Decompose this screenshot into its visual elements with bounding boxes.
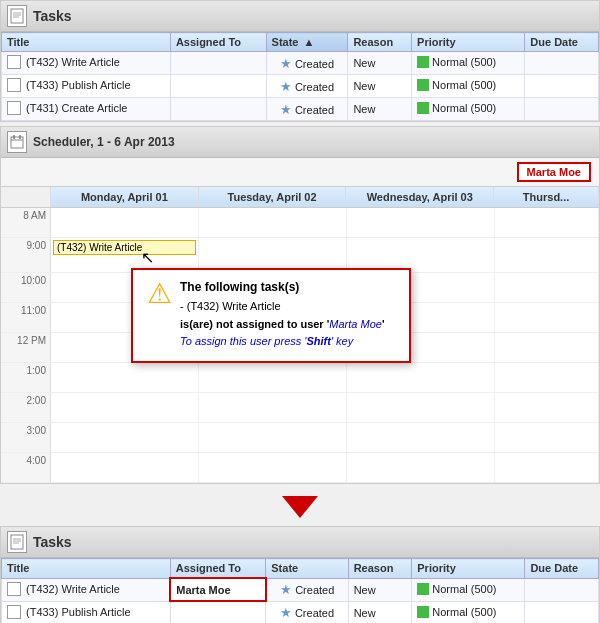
bottom-tasks-title: Tasks — [33, 534, 72, 550]
cell-thu-10[interactable] — [495, 273, 599, 302]
cell-thu-11[interactable] — [495, 303, 599, 332]
warning-icon: ⚠ — [147, 280, 172, 308]
col-due-date[interactable]: Due Date — [525, 33, 599, 52]
col-assigned-to[interactable]: Assigned To — [170, 33, 266, 52]
cell-wed-4[interactable] — [347, 453, 495, 482]
table-row: (T431) Create Article ★ Created New Norm… — [2, 98, 599, 121]
col-reason[interactable]: Reason — [348, 33, 412, 52]
tooltip-line2: is(are) not assigned to user 'Marta Moe' — [180, 318, 385, 330]
tooltip-overlay: ⚠ The following task(s) - (T432) Write A… — [131, 268, 411, 363]
cell-mon-3[interactable] — [51, 423, 199, 452]
star-icon: ★ — [280, 582, 292, 597]
task-assigned — [170, 601, 266, 623]
bottom-tasks-header: Tasks — [1, 527, 599, 558]
time-grid[interactable]: 8 AM 9:00 (T432) Write Article ↖ — [1, 208, 599, 483]
task-title: (T433) Publish Article — [2, 75, 171, 98]
time-label-11: 11:00 — [1, 303, 51, 332]
bot-col-priority[interactable]: Priority — [412, 559, 525, 579]
task-priority: Normal (500) — [412, 601, 525, 623]
down-arrow-container — [0, 488, 600, 526]
tasks-panel-icon — [7, 5, 27, 27]
cell-mon-8am[interactable] — [51, 208, 199, 237]
cell-thu-3[interactable] — [495, 423, 599, 452]
task-due-date — [525, 52, 599, 75]
col-state[interactable]: State ▲ — [266, 33, 348, 52]
bot-col-state[interactable]: State — [266, 559, 348, 579]
cell-thu-8am[interactable] — [495, 208, 599, 237]
user-header-row: Marta Moe — [1, 158, 599, 187]
cell-thu-9[interactable] — [495, 238, 599, 272]
cell-wed-2[interactable] — [347, 393, 495, 422]
bot-col-title[interactable]: Title — [2, 559, 171, 579]
cell-mon-2[interactable] — [51, 393, 199, 422]
time-row-2: 2:00 — [1, 393, 599, 423]
priority-icon — [417, 606, 429, 618]
cell-tue-9[interactable] — [199, 238, 347, 272]
task-title: (T433) Publish Article — [2, 601, 171, 623]
cell-mon-1[interactable] — [51, 363, 199, 392]
svg-rect-6 — [13, 135, 15, 139]
top-tasks-panel: Tasks Title Assigned To State ▲ Reason P… — [0, 0, 600, 122]
bottom-tasks-panel: Tasks Title Assigned To State Reason Pri… — [0, 526, 600, 623]
time-row-8am: 8 AM — [1, 208, 599, 238]
time-label-8am: 8 AM — [1, 208, 51, 237]
task-assigned: Marta Moe — [170, 578, 266, 601]
task-due-date — [525, 75, 599, 98]
col-title[interactable]: Title — [2, 33, 171, 52]
priority-icon — [417, 79, 429, 91]
bot-col-reason[interactable]: Reason — [348, 559, 412, 579]
tooltip-content: ⚠ The following task(s) - (T432) Write A… — [147, 280, 395, 351]
cell-wed-1[interactable] — [347, 363, 495, 392]
task-assigned — [170, 98, 266, 121]
task-reason: New — [348, 601, 412, 623]
bot-col-assigned-to[interactable]: Assigned To — [170, 559, 266, 579]
task-title: (T432) Write Article — [2, 52, 171, 75]
task-state: ★ Created — [266, 601, 348, 623]
table-row: (T432) Write Article ★ Created New Norma… — [2, 52, 599, 75]
tooltip-username: Marta Moe — [329, 318, 382, 330]
cell-thu-12pm[interactable] — [495, 333, 599, 362]
day-col-tue: Tuesday, April 02 — [199, 187, 347, 207]
cell-wed-8am[interactable] — [347, 208, 495, 237]
task-priority: Normal (500) — [412, 75, 525, 98]
time-label-9: 9:00 — [1, 238, 51, 272]
time-label-2: 2:00 — [1, 393, 51, 422]
cell-mon-9[interactable]: (T432) Write Article ↖ — [51, 238, 199, 272]
star-icon: ★ — [280, 56, 292, 71]
cell-wed-3[interactable] — [347, 423, 495, 452]
time-row-1: 1:00 — [1, 363, 599, 393]
time-label-1: 1:00 — [1, 363, 51, 392]
task-assigned — [170, 52, 266, 75]
bot-col-due-date[interactable]: Due Date — [525, 559, 599, 579]
table-row: (T433) Publish Article ★ Created New Nor… — [2, 75, 599, 98]
cell-wed-9[interactable] — [347, 238, 495, 272]
cell-thu-2[interactable] — [495, 393, 599, 422]
svg-rect-0 — [11, 9, 23, 23]
task-due-date — [525, 578, 599, 601]
bottom-tasks-table: Title Assigned To State Reason Priority … — [1, 558, 599, 623]
cell-tue-1[interactable] — [199, 363, 347, 392]
svg-rect-8 — [11, 535, 23, 549]
tooltip-header: The following task(s) — [180, 280, 385, 294]
cell-tue-2[interactable] — [199, 393, 347, 422]
scheduler-title: Scheduler, 1 - 6 Apr 2013 — [33, 135, 175, 149]
svg-rect-4 — [11, 137, 23, 148]
cell-tue-4[interactable] — [199, 453, 347, 482]
task-title: (T432) Write Article — [2, 578, 171, 601]
cell-mon-4[interactable] — [51, 453, 199, 482]
task-state: ★ Created — [266, 52, 348, 75]
sort-arrow: ▲ — [304, 36, 315, 48]
cell-thu-1[interactable] — [495, 363, 599, 392]
tooltip-line3: To assign this user press 'Shift' key — [180, 335, 353, 347]
cell-tue-3[interactable] — [199, 423, 347, 452]
priority-icon — [417, 102, 429, 114]
star-icon: ★ — [280, 102, 292, 117]
day-col-mon: Monday, April 01 — [51, 187, 199, 207]
time-row-3: 3:00 — [1, 423, 599, 453]
cell-tue-8am[interactable] — [199, 208, 347, 237]
task-bar-write-article[interactable]: (T432) Write Article — [53, 240, 196, 255]
task-state: ★ Created — [266, 98, 348, 121]
col-priority[interactable]: Priority — [412, 33, 525, 52]
cell-thu-4[interactable] — [495, 453, 599, 482]
table-row: (T433) Publish Article ★ Created New Nor… — [2, 601, 599, 623]
